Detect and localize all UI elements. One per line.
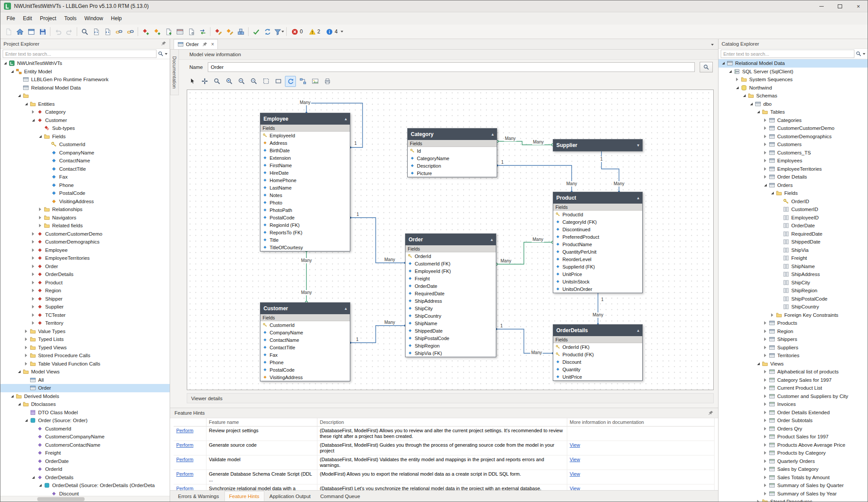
- new-entity-button[interactable]: [140, 26, 151, 37]
- tree-item-orderdetails[interactable]: OrderDetails: [0, 473, 170, 482]
- entity-field[interactable]: PreferredProduct: [553, 233, 642, 240]
- tree-item-customerdemographics[interactable]: CustomerDemographics: [719, 133, 868, 141]
- order-document-tab[interactable]: Order ×: [174, 39, 218, 49]
- entity-field[interactable]: ShipCountry: [406, 312, 496, 319]
- collapse-arrow-icon[interactable]: [37, 483, 43, 488]
- expand-arrow-icon[interactable]: [37, 207, 43, 212]
- collapse-chevron-icon[interactable]: ▴: [345, 117, 347, 121]
- column-header-action[interactable]: [174, 418, 206, 427]
- tree-item-shipname[interactable]: ShipName: [719, 262, 868, 271]
- tree-item-supplier[interactable]: Supplier: [0, 303, 170, 311]
- minimize-button[interactable]: [812, 0, 831, 12]
- collapse-arrow-icon[interactable]: [23, 418, 29, 423]
- expand-arrow-icon[interactable]: [762, 393, 768, 399]
- entity-field[interactable]: Picture: [408, 169, 497, 177]
- collapse-arrow-icon[interactable]: [16, 93, 22, 99]
- search-icon[interactable]: [158, 51, 164, 57]
- new-typed-view-button[interactable]: [174, 26, 185, 37]
- refresh-layout-button[interactable]: [285, 76, 296, 87]
- entity-field[interactable]: RequiredDate: [406, 290, 496, 297]
- tree-item-customer-and-suppliers-by-city[interactable]: Customer and Suppliers by City: [719, 392, 868, 401]
- expand-arrow-icon[interactable]: [30, 280, 36, 285]
- expand-arrow-icon[interactable]: [762, 337, 768, 342]
- entity-field[interactable]: TitleOfCourtesy: [260, 244, 350, 251]
- entity-field[interactable]: SupplierId (FK): [553, 263, 642, 270]
- menu-project[interactable]: Project: [36, 13, 60, 24]
- expand-arrow-icon[interactable]: [762, 344, 768, 350]
- tree-item-tables[interactable]: Tables: [719, 108, 868, 116]
- close-tab-icon[interactable]: ×: [210, 41, 214, 47]
- tree-item-territory[interactable]: Territory: [0, 319, 170, 327]
- entity-field[interactable]: Id: [408, 147, 497, 154]
- entity-field[interactable]: QuantityPerUnit: [553, 248, 642, 255]
- warning-count-badge[interactable]: 2: [306, 29, 324, 35]
- bottom-tab-feature-hints[interactable]: Feature Hints: [224, 491, 264, 501]
- tree-item-customerid[interactable]: CustomerID: [719, 205, 868, 214]
- view-link[interactable]: View: [570, 442, 580, 448]
- tree-item-nwunittestwithvts[interactable]: NWUnitTestWithVTs: [0, 59, 170, 68]
- tree-item-summary-of-sales-by-quarter[interactable]: Summary of Sales by Quarter: [719, 481, 868, 490]
- tree-item-current-product-list[interactable]: Current Product List: [719, 384, 868, 392]
- tree-item-fields[interactable]: Fields: [0, 133, 170, 141]
- home-button[interactable]: [14, 26, 25, 37]
- tree-item-products-above-average-price[interactable]: Products Above Average Price: [719, 441, 868, 449]
- maximize-button[interactable]: [831, 0, 849, 12]
- entity-header[interactable]: Employee▴: [260, 113, 350, 125]
- tree-item-shipvia[interactable]: ShipVia: [719, 246, 868, 255]
- expand-arrow-icon[interactable]: [30, 288, 36, 294]
- entity-field[interactable]: OrderId: [406, 252, 496, 260]
- expand-arrow-icon[interactable]: [762, 369, 768, 375]
- zoom-in-button[interactable]: [224, 76, 235, 87]
- expand-arrow-icon[interactable]: [762, 426, 768, 431]
- tree-item-employees[interactable]: Employees: [719, 157, 868, 165]
- tree-item-category[interactable]: Category: [0, 108, 170, 116]
- tree-item-sales-by-category[interactable]: Sales by Category: [719, 465, 868, 473]
- tree-item-shipaddress[interactable]: ShipAddress: [719, 270, 868, 279]
- tree-item-value-types[interactable]: Value Types: [0, 327, 170, 336]
- expand-arrow-icon[interactable]: [762, 142, 768, 147]
- entity-field[interactable]: ShipCity: [406, 305, 496, 312]
- bottom-tab-command-queue[interactable]: Command Queue: [316, 491, 365, 501]
- entity-field[interactable]: UnitsInStock: [553, 278, 642, 285]
- zoom-tool-button[interactable]: [211, 76, 222, 87]
- error-count-badge[interactable]: 0: [288, 29, 306, 35]
- tree-item-northwind[interactable]: Northwind: [719, 84, 868, 92]
- entity-employee[interactable]: Employee▴FieldsEmployeeIdAddressBirthDat…: [260, 113, 350, 251]
- pin-icon[interactable]: [708, 410, 714, 416]
- entity-field[interactable]: HomePhone: [260, 176, 350, 184]
- collapse-arrow-icon[interactable]: [762, 182, 768, 188]
- tree-item-relational-model-data[interactable]: Relational Model Data: [0, 84, 170, 92]
- zoom-reset-button[interactable]: [248, 76, 259, 87]
- expand-arrow-icon[interactable]: [23, 344, 29, 350]
- expand-arrow-icon[interactable]: [762, 117, 768, 123]
- tree-item-quarterly-orders[interactable]: Quarterly Orders: [719, 457, 868, 466]
- info-count-badge[interactable]: 4: [323, 29, 341, 35]
- entity-field[interactable]: ProductName: [553, 240, 642, 248]
- tree-item-invoices[interactable]: Invoices: [719, 400, 868, 409]
- tree-item-categories[interactable]: Categories: [719, 116, 868, 125]
- new-value-type-button[interactable]: [151, 26, 163, 37]
- name-search-button[interactable]: [700, 62, 713, 72]
- tree-item-phone[interactable]: Phone: [0, 181, 170, 190]
- entity-field[interactable]: Freight: [406, 275, 496, 282]
- menu-tools[interactable]: Tools: [60, 13, 80, 24]
- expand-arrow-icon[interactable]: [30, 231, 36, 237]
- hscrollbar-thumb[interactable]: [37, 497, 85, 501]
- tree-item-employeeid[interactable]: EmployeeID: [719, 214, 868, 222]
- tree-item-orderid[interactable]: OrderID: [719, 197, 868, 206]
- entity-field[interactable]: EmployeeId (FK): [406, 267, 496, 275]
- tree-item-requireddate[interactable]: RequiredDate: [719, 230, 868, 238]
- entity-field[interactable]: CompanyName: [260, 329, 350, 336]
- expand-arrow-icon[interactable]: [762, 133, 768, 139]
- menu-file[interactable]: File: [3, 13, 19, 24]
- tree-item-customercustomerdemo[interactable]: CustomerCustomerDemo: [719, 124, 868, 133]
- tree-item-customers-ts[interactable]: Customers_TS: [719, 149, 868, 157]
- entity-orderdetails[interactable]: OrderDetails▴FieldsOrderId (FK)ProductId…: [553, 324, 643, 381]
- entity-field[interactable]: ShippedDate: [406, 327, 496, 334]
- tree-item-orders[interactable]: Orders: [719, 181, 868, 190]
- tree-item-stored-procedures[interactable]: Stored Procedures: [719, 498, 868, 502]
- column-header-feature-name[interactable]: Feature name: [206, 418, 317, 427]
- edit-templates-button[interactable]: [102, 26, 113, 37]
- collapse-chevron-icon[interactable]: ▴: [491, 132, 494, 136]
- tree-item-contacttitle[interactable]: ContactTitle: [0, 165, 170, 173]
